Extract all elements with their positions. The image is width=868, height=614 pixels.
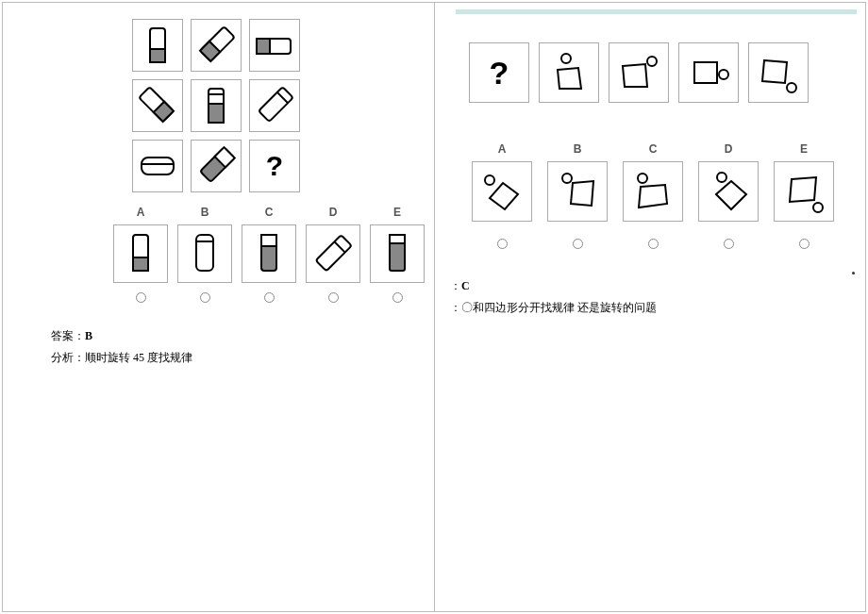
option-A[interactable] (469, 161, 535, 222)
option-row (469, 161, 857, 222)
option-radio[interactable] (799, 239, 810, 249)
analysis-line: 分析：顺时旋转 45 度找规律 (51, 347, 408, 369)
eraser-icon (122, 231, 159, 276)
quad-circle-icon (683, 47, 734, 98)
grid-cell (249, 79, 300, 132)
svg-marker-29 (623, 64, 647, 87)
svg-point-35 (485, 175, 494, 185)
svg-marker-40 (639, 185, 667, 207)
option-C[interactable] (620, 161, 686, 222)
option-radio[interactable] (200, 292, 210, 303)
svg-point-44 (813, 203, 823, 212)
answer-prefix: ： (450, 279, 461, 292)
eraser-icon (139, 25, 176, 66)
svg-point-39 (638, 174, 647, 183)
quad-circle-icon (753, 47, 804, 98)
eraser-icon (254, 85, 295, 126)
option-label: D (695, 142, 761, 156)
grid-cell (191, 140, 242, 192)
option-radio[interactable] (573, 239, 583, 249)
question-cell (609, 42, 669, 103)
answer-label: 答案： (51, 329, 85, 342)
eraser-icon (195, 145, 237, 187)
eraser-icon (378, 231, 416, 276)
puzzle-grid: ? (132, 19, 300, 192)
option-cell (370, 224, 425, 283)
option-B[interactable] (544, 161, 610, 222)
svg-rect-22 (261, 235, 276, 246)
eraser-icon (253, 31, 296, 59)
answer-line: 答案：B (51, 325, 408, 347)
question-cell: ? (469, 42, 529, 103)
option-radio[interactable] (648, 239, 659, 249)
grid-cell: ? (249, 140, 300, 192)
svg-point-30 (647, 57, 657, 66)
grid-row (132, 79, 300, 132)
left-column: ? A B C (2, 2, 434, 612)
eraser-icon (310, 231, 356, 276)
svg-marker-43 (790, 177, 816, 202)
svg-rect-1 (150, 49, 165, 62)
grid-row: ? (132, 140, 300, 192)
option-cell (698, 161, 759, 222)
option-cell (472, 161, 532, 222)
analysis-number: 45 (133, 351, 144, 364)
svg-marker-28 (558, 68, 581, 89)
radio-row (469, 229, 857, 253)
svg-marker-36 (490, 183, 518, 209)
option-cell (242, 224, 296, 283)
option-cell (623, 161, 683, 222)
svg-point-37 (562, 174, 572, 183)
svg-marker-38 (571, 181, 593, 206)
quad-circle-icon (778, 166, 829, 217)
quad-circle-icon (552, 166, 603, 217)
option-E[interactable]: E (368, 206, 426, 303)
option-radio[interactable] (328, 292, 339, 303)
grid-cell (191, 79, 242, 132)
question-mark-icon: ? (490, 55, 509, 91)
decorative-dot (852, 272, 855, 274)
question-cell (748, 42, 809, 103)
svg-rect-11 (259, 87, 293, 122)
option-label: C (620, 142, 686, 156)
option-B[interactable]: B (175, 206, 234, 303)
svg-point-34 (787, 83, 796, 92)
grid-cell (191, 19, 242, 72)
eraser-icon (136, 150, 179, 182)
option-radio[interactable] (264, 292, 275, 303)
option-cell (177, 224, 232, 283)
analysis-text: 〇和四边形分开找规律 还是旋转的问题 (461, 301, 657, 314)
eraser-icon (186, 231, 224, 276)
quad-circle-icon (613, 47, 664, 98)
option-D[interactable] (695, 161, 761, 222)
option-A[interactable]: A (111, 206, 170, 303)
option-C[interactable]: C (240, 206, 298, 303)
option-radio[interactable] (392, 292, 403, 303)
svg-rect-26 (390, 235, 405, 243)
analysis-text: 顺时旋转 (85, 351, 133, 364)
svg-rect-19 (196, 235, 213, 271)
svg-rect-9 (209, 104, 224, 123)
option-radio[interactable] (136, 292, 146, 303)
answer-value: C (461, 279, 470, 292)
option-label: E (771, 142, 837, 156)
eraser-icon (197, 85, 235, 126)
option-D[interactable]: D (304, 206, 362, 303)
option-label: C (265, 206, 274, 219)
grid-cell (249, 19, 300, 72)
grid-cell (132, 79, 183, 132)
answer-value: B (85, 329, 92, 342)
decorative-strip (456, 9, 857, 14)
svg-rect-31 (694, 62, 717, 83)
quad-circle-icon (543, 47, 594, 98)
option-cell (306, 224, 360, 283)
question-mark-icon: ? (266, 150, 283, 182)
svg-point-32 (719, 70, 728, 79)
answer-block: 答案：B 分析：顺时旋转 45 度找规律 (51, 325, 408, 369)
option-radio[interactable] (497, 239, 508, 249)
option-radio[interactable] (724, 239, 734, 249)
right-column: ? A B C (435, 2, 866, 612)
quad-circle-icon (476, 166, 527, 217)
option-E[interactable] (771, 161, 837, 222)
svg-rect-18 (133, 257, 148, 271)
